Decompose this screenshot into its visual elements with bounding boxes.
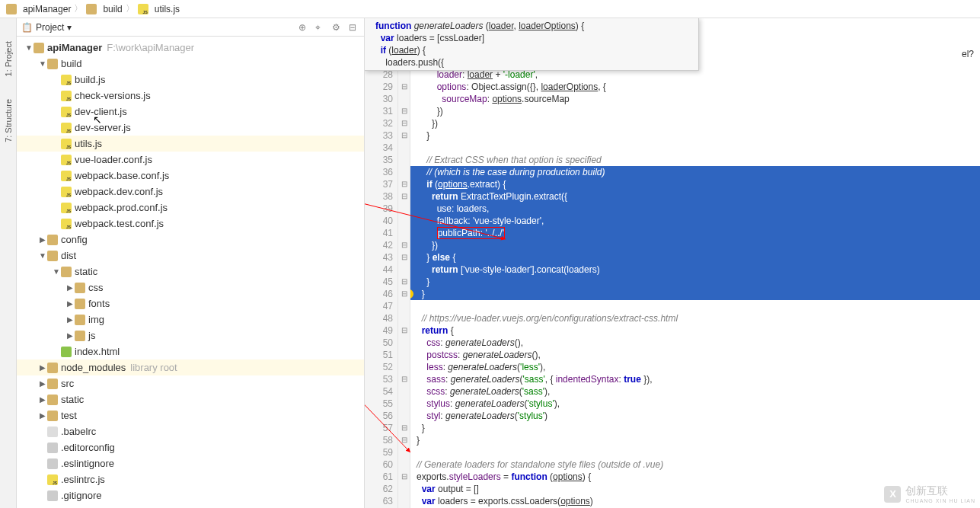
code-line: less: generateLoaders('less'), bbox=[410, 361, 980, 373]
watermark-logo-icon: X bbox=[884, 486, 901, 503]
quick-definition-popup: function generateLoaders (loader, loader… bbox=[365, 18, 699, 71]
code-line bbox=[410, 142, 980, 154]
code-line: exports.styleLoaders = function (options… bbox=[410, 471, 980, 483]
html-icon bbox=[61, 347, 72, 357]
tree-root[interactable]: ▼apiManagerF:\work\apiManager bbox=[17, 40, 364, 56]
tree-file[interactable]: webpack.dev.conf.js bbox=[17, 184, 364, 200]
tree-file[interactable]: .eslintrc.js bbox=[17, 471, 364, 487]
js-icon bbox=[61, 123, 72, 133]
tree-folder[interactable]: ▶config bbox=[17, 232, 364, 248]
tree-folder[interactable]: ▼dist bbox=[17, 248, 364, 264]
code-line: css: generateLoaders(), bbox=[410, 337, 980, 349]
code-line: // (which is the case during production … bbox=[410, 166, 980, 178]
folder-icon bbox=[75, 283, 85, 293]
code-line: sourceMap: options.sourceMap bbox=[410, 93, 980, 105]
tree-file[interactable]: .eslintignore bbox=[17, 455, 364, 471]
gear-icon[interactable]: ⚙ bbox=[332, 22, 343, 33]
folder-icon bbox=[47, 395, 58, 405]
code-line: publicPath: '../../' bbox=[410, 227, 980, 239]
code-line: scss: generateLoaders('sass'), bbox=[410, 385, 980, 398]
tree-file[interactable]: dev-client.js bbox=[17, 104, 364, 120]
crumb-folder[interactable]: apiManager bbox=[6, 4, 71, 14]
tree-folder[interactable]: ▶fonts bbox=[17, 296, 364, 312]
chevron-right-icon: 〉 bbox=[126, 2, 135, 15]
tree-folder-node-modules[interactable]: ▶node_moduleslibrary root bbox=[17, 359, 364, 375]
target-icon[interactable]: ⌖ bbox=[315, 22, 326, 33]
fold-gutter[interactable]: ⊟⊟⊟⊟⊟⊟⊟⊟⊟⊟⊟⊟⊟⊟⊟⊟⊟ bbox=[398, 18, 410, 508]
code-area[interactable]: loader: loader + '-loader', options: Obj… bbox=[410, 18, 980, 508]
crumb-file[interactable]: utils.js bbox=[138, 4, 180, 14]
tree-file[interactable]: .editorconfig bbox=[17, 439, 364, 455]
tab-structure[interactable]: 7: Structure bbox=[4, 99, 13, 142]
js-icon bbox=[47, 474, 58, 485]
js-icon bbox=[61, 187, 72, 197]
tree-folder[interactable]: ▼static bbox=[17, 264, 364, 280]
tree-folder[interactable]: ▶img bbox=[17, 312, 364, 327]
js-icon bbox=[138, 4, 148, 14]
chevron-right-icon: 〉 bbox=[74, 2, 83, 15]
folder-icon bbox=[86, 4, 97, 14]
folder-icon bbox=[34, 43, 44, 53]
folder-icon bbox=[75, 331, 85, 341]
code-line: } bbox=[410, 288, 980, 300]
tree-file[interactable]: dev-server.js bbox=[17, 120, 364, 136]
folder-icon bbox=[47, 59, 58, 69]
hide-icon[interactable]: ⊟ bbox=[349, 22, 359, 33]
folder-icon bbox=[75, 299, 85, 309]
tree-file[interactable]: .gitignore bbox=[17, 487, 364, 503]
code-line: } bbox=[410, 434, 980, 446]
code-line: if (options.extract) { bbox=[410, 178, 980, 190]
tab-project[interactable]: 1: Project bbox=[4, 41, 13, 76]
file-icon bbox=[47, 490, 58, 501]
code-line: } bbox=[410, 276, 980, 288]
tree-folder[interactable]: ▶test bbox=[17, 407, 364, 423]
code-line: options: Object.assign({}, loaderOptions… bbox=[410, 81, 980, 93]
json-icon bbox=[47, 427, 58, 437]
tree-file[interactable]: webpack.prod.conf.js bbox=[17, 200, 364, 216]
tree-folder[interactable]: ▶js bbox=[17, 327, 364, 343]
tree-folder-build[interactable]: ▼build bbox=[17, 56, 364, 72]
tree-file-utils[interactable]: utils.js bbox=[17, 136, 364, 152]
code-line: postcss: generateLoaders(), bbox=[410, 349, 980, 361]
crumb-folder[interactable]: build bbox=[86, 4, 122, 14]
collapse-icon[interactable]: ⊕ bbox=[298, 22, 309, 33]
code-line: } else { bbox=[410, 251, 980, 264]
code-editor[interactable]: 2425262728293031323334353637383940414243… bbox=[365, 18, 980, 508]
panel-toolbar: 📋 Project ▾ ⊕ ⌖ ⚙ ⊟ bbox=[17, 18, 364, 37]
tree-file[interactable]: webpack.base.conf.js bbox=[17, 168, 364, 184]
js-icon bbox=[61, 139, 72, 149]
code-line: } bbox=[410, 129, 980, 142]
tree-folder[interactable]: ▶static bbox=[17, 391, 364, 407]
js-icon bbox=[61, 203, 72, 213]
folder-icon bbox=[47, 411, 58, 421]
js-icon bbox=[61, 107, 72, 117]
code-line: return { bbox=[410, 324, 980, 337]
code-line: return ExtractTextPlugin.extract({ bbox=[410, 190, 980, 203]
tree-file[interactable]: webpack.test.conf.js bbox=[17, 216, 364, 232]
tree-folder[interactable]: ▶css bbox=[17, 280, 364, 296]
project-panel: 📋 Project ▾ ⊕ ⌖ ⚙ ⊟ ▼apiManagerF:\work\a… bbox=[17, 18, 365, 508]
js-icon bbox=[61, 219, 72, 229]
code-line: sass: generateLoaders('sass', { indented… bbox=[410, 373, 980, 385]
code-line: // Extract CSS when that option is speci… bbox=[410, 154, 980, 166]
bulb-icon[interactable] bbox=[410, 289, 413, 299]
tool-window-tabs: 1: Project 7: Structure bbox=[0, 18, 17, 508]
js-icon bbox=[61, 155, 72, 165]
tree-file[interactable]: vue-loader.conf.js bbox=[17, 152, 364, 168]
tree-file[interactable]: .babelrc bbox=[17, 423, 364, 439]
watermark: X 创新互联 CHUANG XIN HU LIAN bbox=[884, 484, 975, 503]
tree-file[interactable]: check-versions.js bbox=[17, 88, 364, 104]
project-tree[interactable]: ▼apiManagerF:\work\apiManager ▼build bui… bbox=[17, 37, 364, 508]
folder-icon bbox=[47, 363, 58, 373]
js-icon bbox=[61, 91, 72, 101]
folder-icon bbox=[47, 235, 58, 245]
panel-title[interactable]: 📋 Project ▾ bbox=[21, 22, 72, 33]
tree-folder[interactable]: ▶src bbox=[17, 375, 364, 391]
tree-file[interactable]: build.js bbox=[17, 72, 364, 88]
js-icon bbox=[61, 75, 72, 85]
tree-file[interactable]: index.html bbox=[17, 343, 364, 359]
hint-text: el? bbox=[962, 49, 974, 59]
code-line: }) bbox=[410, 239, 980, 251]
code-line: } bbox=[410, 422, 980, 434]
folder-icon bbox=[47, 379, 58, 389]
